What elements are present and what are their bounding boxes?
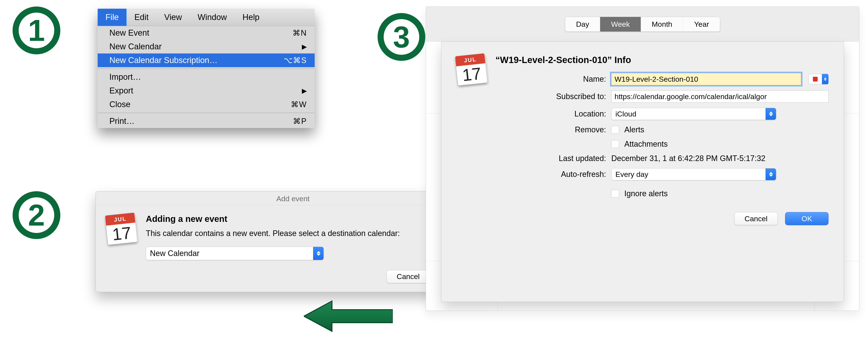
sheet-title: “W19-Level-2-Section-010” Info <box>495 55 829 65</box>
cancel-button[interactable]: Cancel <box>386 270 430 283</box>
auto-refresh-select[interactable]: Every day <box>611 168 776 181</box>
menu-new-subscription[interactable]: New Calendar Subscription… ⌥⌘S <box>98 53 315 67</box>
ignore-alerts-label: Ignore alerts <box>624 189 668 198</box>
menu-shortcut: ⌘N <box>292 28 307 37</box>
ignore-alerts-checkbox[interactable] <box>611 190 619 197</box>
select-value: Every day <box>612 168 766 180</box>
select-stepper-icon <box>313 247 323 260</box>
select-value: iCloud <box>612 108 766 120</box>
last-updated-label: Last updated: <box>495 154 606 163</box>
seg-month[interactable]: Month <box>641 17 683 31</box>
menu-label: Close <box>110 100 130 109</box>
view-segmented-control: Day Week Month Year <box>565 17 720 32</box>
menu-label: New Calendar <box>110 42 162 51</box>
menubar-help[interactable]: Help <box>235 9 267 26</box>
calendar-icon: JUL 17 <box>455 53 487 85</box>
last-updated-value: December 31, 1 at 6:42:28 PM GMT-5:17:32 <box>611 154 765 163</box>
step-number: 3 <box>393 22 410 52</box>
menu-separator <box>98 113 315 113</box>
cal-icon-day: 17 <box>106 223 137 245</box>
remove-attachments-checkbox[interactable] <box>611 140 619 148</box>
menu-label: Import… <box>110 72 141 82</box>
submenu-arrow-icon: ▶ <box>302 43 307 50</box>
calendar-color-swatch[interactable] <box>809 74 822 84</box>
menubar: File Edit View Window Help <box>98 9 315 26</box>
step-badge-1: 1 <box>12 6 60 54</box>
menu-shortcut: ⌘P <box>293 117 307 126</box>
instruction-arrow-icon <box>304 300 393 332</box>
seg-week[interactable]: Week <box>600 17 641 31</box>
select-value: New Calendar <box>146 247 313 260</box>
remove-label: Remove: <box>495 125 606 134</box>
menu-new-calendar[interactable]: New Calendar ▶ <box>98 40 315 53</box>
menu-shortcut: ⌥⌘S <box>284 56 307 65</box>
menubar-file[interactable]: File <box>98 9 126 26</box>
menu-label: New Calendar Subscription… <box>110 56 217 65</box>
calendar-window: Day Week Month Year JUL 17 “W19-Level-2-… <box>426 6 859 311</box>
name-label: Name: <box>495 75 606 84</box>
subscribed-url-input[interactable] <box>611 90 829 103</box>
subscription-info-sheet: JUL 17 “W19-Level-2-Section-010” Info Na… <box>441 42 844 302</box>
remove-attachments-label: Attachments <box>624 139 668 149</box>
menu-label: Print… <box>110 116 134 126</box>
menubar-view[interactable]: View <box>156 9 190 26</box>
menu-export[interactable]: Export ▶ <box>98 84 315 98</box>
location-select[interactable]: iCloud <box>611 108 776 120</box>
ok-button[interactable]: OK <box>785 212 829 225</box>
seg-year[interactable]: Year <box>683 17 720 31</box>
cancel-button[interactable]: Cancel <box>734 212 778 225</box>
cal-icon-day: 17 <box>456 63 487 86</box>
color-stepper-icon[interactable] <box>822 74 829 84</box>
step-badge-2: 2 <box>12 191 60 239</box>
step-number: 2 <box>28 200 45 230</box>
menu-label: New Event <box>110 28 149 37</box>
menu-print[interactable]: Print… ⌘P <box>98 114 315 128</box>
select-stepper-icon <box>766 108 776 120</box>
menubar-edit[interactable]: Edit <box>126 9 156 26</box>
seg-day[interactable]: Day <box>565 17 600 31</box>
file-menu: File Edit View Window Help New Event ⌘N … <box>98 9 315 128</box>
remove-alerts-label: Alerts <box>624 125 644 134</box>
menu-close[interactable]: Close ⌘W <box>98 98 315 111</box>
menu-new-event[interactable]: New Event ⌘N <box>98 26 315 40</box>
menu-import[interactable]: Import… <box>98 70 315 84</box>
step-badge-3: 3 <box>378 13 425 61</box>
menu-separator <box>98 68 315 69</box>
subscribed-label: Subscribed to: <box>495 92 606 101</box>
submenu-arrow-icon: ▶ <box>302 87 307 94</box>
select-stepper-icon <box>766 168 776 180</box>
calendar-icon: JUL 17 <box>105 213 137 245</box>
menubar-window[interactable]: Window <box>190 9 235 26</box>
name-input[interactable] <box>611 73 801 85</box>
remove-alerts-checkbox[interactable] <box>611 126 619 134</box>
svg-marker-0 <box>304 301 393 331</box>
auto-refresh-label: Auto-refresh: <box>495 170 606 179</box>
step-number: 1 <box>28 15 45 46</box>
menu-label: Export <box>110 86 133 95</box>
location-label: Location: <box>495 109 606 118</box>
menu-shortcut: ⌘W <box>291 100 307 109</box>
destination-calendar-select[interactable]: New Calendar <box>146 247 324 260</box>
